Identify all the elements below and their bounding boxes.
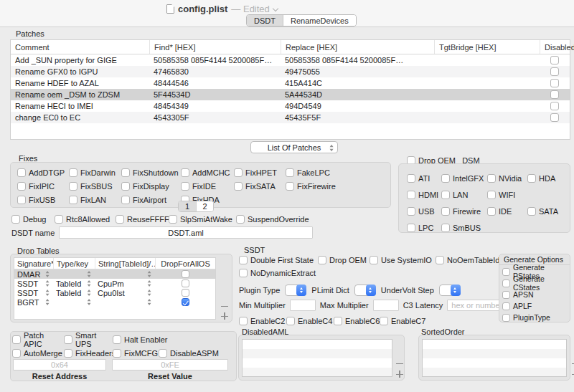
- patch-disabled-checkbox[interactable]: [550, 90, 559, 99]
- col-comment[interactable]: Comment: [11, 40, 149, 54]
- patch-disabled-checkbox[interactable]: [550, 56, 559, 64]
- drop-table-row-selected[interactable]: DMAR: [14, 269, 215, 279]
- undervolt-step-dropdown[interactable]: [439, 285, 461, 296]
- checkbox-fixlan[interactable]: FixLAN: [69, 195, 121, 205]
- checkbox-halt-enabler[interactable]: Halt Enabler: [113, 335, 168, 345]
- checkbox-icon[interactable]: [239, 256, 248, 264]
- patch-disabled-checkbox[interactable]: [550, 79, 559, 87]
- checkbox-enablec7[interactable]: EnableC7: [380, 316, 425, 326]
- checkbox-icon[interactable]: [407, 191, 415, 199]
- drop-table-row[interactable]: BGRT: [14, 297, 215, 307]
- tab-renamedevices[interactable]: RenameDevices: [283, 15, 356, 26]
- checkbox-fixdarwin[interactable]: FixDarwin: [69, 168, 121, 178]
- stepper-icon[interactable]: [46, 280, 50, 287]
- max-multiplier-input[interactable]: [373, 300, 399, 311]
- checkbox-fixdisplay[interactable]: FixDisplay: [121, 181, 181, 191]
- checkbox-icon[interactable]: [502, 291, 510, 299]
- stepper-icon[interactable]: [46, 271, 50, 277]
- checkbox-patch-apic[interactable]: Patch APIC: [12, 335, 64, 345]
- checkbox-plugintype[interactable]: PluginType: [502, 312, 570, 323]
- checkbox-disableaspm[interactable]: DisableASPM: [159, 348, 219, 358]
- checkbox-icon[interactable]: [502, 314, 510, 322]
- sortedorder-list[interactable]: [422, 339, 567, 377]
- checkbox-hda[interactable]: HDA: [527, 173, 566, 183]
- checkbox-icon[interactable]: [69, 196, 77, 204]
- patch-disabled-checkbox[interactable]: [550, 113, 559, 122]
- checkbox-double-first-state[interactable]: Double First State: [239, 255, 318, 265]
- checkbox-debug[interactable]: Debug: [11, 214, 55, 224]
- checkbox-icon[interactable]: [121, 196, 130, 204]
- checkbox-enablec4[interactable]: EnableC4: [286, 316, 334, 326]
- checkbox-slpsmiatwake[interactable]: SlpSmiAtWake: [169, 214, 236, 224]
- checkbox-intelgfx[interactable]: IntelGFX: [441, 173, 487, 183]
- checkbox-icon[interactable]: [380, 317, 388, 325]
- checkbox-icon[interactable]: [11, 215, 20, 224]
- checkbox-nodynamicextract[interactable]: NoDynamicExtract: [239, 268, 316, 278]
- stepper-icon[interactable]: [46, 290, 50, 296]
- checkbox-fixairport[interactable]: FixAirport: [121, 195, 181, 205]
- checkbox-icon[interactable]: [113, 349, 121, 358]
- checkbox-addmchc[interactable]: AddMCHC: [181, 168, 234, 178]
- patch-row[interactable]: Add _SUN property for GIGE 50585358 085F…: [11, 54, 570, 66]
- checkbox-sata[interactable]: SATA: [527, 206, 566, 216]
- checkbox-icon[interactable]: [286, 317, 295, 325]
- checkbox-icon[interactable]: [441, 191, 450, 199]
- stepper-icon[interactable]: [148, 280, 152, 287]
- checkbox-firewire[interactable]: Firewire: [441, 206, 487, 216]
- checkbox-icon[interactable]: [64, 349, 72, 358]
- checkbox-lan[interactable]: LAN: [441, 190, 487, 200]
- disabledaml-list[interactable]: [242, 339, 392, 377]
- drop-tables-add-button[interactable]: [220, 312, 229, 320]
- dropforallos-checkbox[interactable]: [182, 279, 189, 287]
- checkbox-icon[interactable]: [407, 207, 415, 216]
- pager-segment-2[interactable]: 2: [196, 201, 213, 211]
- stepper-icon[interactable]: [88, 299, 92, 305]
- dropforallos-checkbox[interactable]: [182, 270, 189, 278]
- col-replace[interactable]: Replace [HEX]: [281, 40, 434, 54]
- checkbox-icon[interactable]: [64, 335, 72, 344]
- checkbox-icon[interactable]: [239, 269, 248, 277]
- checkbox-icon[interactable]: [334, 317, 342, 325]
- checkbox-icon[interactable]: [234, 168, 243, 177]
- checkbox-icon[interactable]: [441, 207, 450, 216]
- checkbox-suspendoverride[interactable]: SuspendOverride: [236, 214, 309, 224]
- col-typekey[interactable]: Type/key: [53, 258, 95, 269]
- checkbox-ati[interactable]: ATI: [407, 173, 441, 183]
- checkbox-ide[interactable]: IDE: [487, 206, 527, 216]
- checkbox-smbus[interactable]: SmBUS: [441, 223, 487, 233]
- stepper-icon[interactable]: [148, 271, 152, 277]
- stepper-icon[interactable]: [46, 299, 50, 305]
- pager-segment-1[interactable]: 1: [179, 201, 196, 211]
- checkbox-smart-ups[interactable]: Smart UPS: [64, 335, 113, 345]
- dropforallos-checkbox[interactable]: [182, 289, 189, 297]
- col-string-tableid[interactable]: String[TableId]/…: [95, 258, 155, 269]
- drop-tables-remove-button[interactable]: [220, 302, 229, 310]
- checkbox-icon[interactable]: [236, 215, 245, 224]
- checkbox-fixheaders[interactable]: FixHeaders: [64, 348, 113, 358]
- dropforallos-checkbox-checked[interactable]: [182, 298, 189, 306]
- checkbox-fixide[interactable]: FixIDE: [181, 181, 234, 191]
- plugin-type-dropdown[interactable]: [285, 285, 306, 296]
- checkbox-icon[interactable]: [116, 215, 124, 224]
- checkbox-wifi[interactable]: WIFI: [487, 190, 527, 200]
- checkbox-use-systemio[interactable]: Use SystemIO: [370, 255, 436, 265]
- drop-table-row[interactable]: SSDT TableId Cpu0Ist: [14, 288, 215, 297]
- checkbox-icon[interactable]: [121, 168, 130, 177]
- col-find[interactable]: Find* [HEX]: [149, 40, 281, 54]
- checkbox-nooemtableid[interactable]: NoOemTableId: [436, 255, 499, 265]
- checkbox-fixsbus[interactable]: FixSBUS: [69, 181, 121, 191]
- checkbox-icon[interactable]: [286, 168, 294, 177]
- checkbox-reuseffff[interactable]: ReuseFFFF: [116, 214, 169, 224]
- dsdt-name-input[interactable]: [59, 226, 313, 239]
- patch-row[interactable]: Rename HECI to IMEI 48454349 494D4549: [11, 100, 570, 112]
- col-tgtbridge[interactable]: TgtBridge [HEX]: [434, 40, 540, 54]
- checkbox-icon[interactable]: [502, 268, 510, 276]
- checkbox-icon[interactable]: [121, 182, 130, 191]
- stepper-icon[interactable]: [148, 299, 152, 305]
- stepper-icon[interactable]: [88, 280, 92, 287]
- checkbox-fixshutdown[interactable]: FixShutdown: [121, 168, 181, 178]
- checkbox-icon[interactable]: [407, 174, 415, 183]
- checkbox-icon[interactable]: [487, 174, 496, 183]
- list-of-patches-dropdown[interactable]: List Of Patches: [250, 141, 338, 153]
- checkbox-icon[interactable]: [12, 335, 21, 344]
